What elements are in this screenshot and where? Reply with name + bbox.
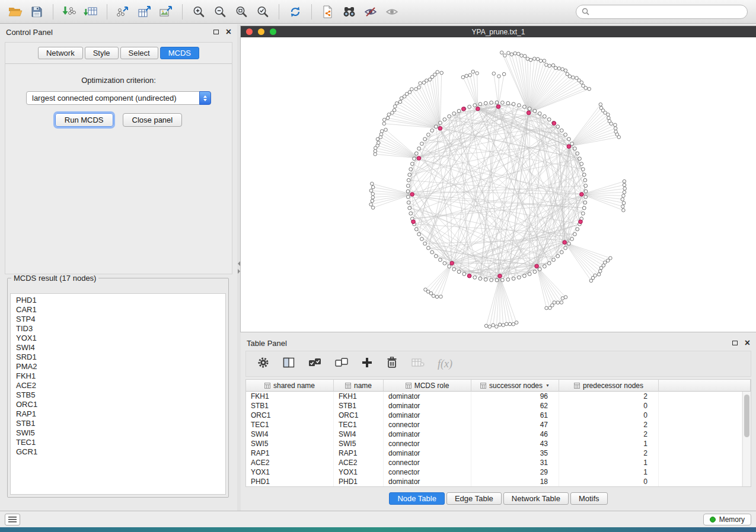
import-table-button[interactable] xyxy=(81,2,100,21)
function-builder-button[interactable]: f(x) xyxy=(438,358,452,370)
search-network-button[interactable] xyxy=(340,2,359,21)
column-header-successor-nodes[interactable]: successor nodes▼ xyxy=(471,380,559,392)
mcds-result-item[interactable]: SRD1 xyxy=(11,352,225,362)
zoom-in-button[interactable] xyxy=(189,2,208,21)
memory-button[interactable]: Memory xyxy=(703,514,751,525)
show-details-button[interactable] xyxy=(382,2,401,21)
mcds-result-item[interactable]: ORC1 xyxy=(11,400,225,409)
cell-filler xyxy=(659,411,742,420)
table-row[interactable]: PHD1PHD1dominator180 xyxy=(246,477,742,486)
search-input[interactable] xyxy=(593,8,742,16)
tab-network-table[interactable]: Network Table xyxy=(503,492,569,505)
column-header-name[interactable]: name xyxy=(334,380,384,392)
table-row[interactable]: ACE2ACE2connector311 xyxy=(246,458,742,467)
mcds-result-item[interactable]: TEC1 xyxy=(11,438,225,447)
share-document-icon xyxy=(321,5,334,18)
close-panel-button[interactable]: Close panel xyxy=(123,113,183,127)
save-session-button[interactable] xyxy=(27,2,46,21)
delete-table-icon xyxy=(411,357,425,368)
mcds-result-item[interactable]: RAP1 xyxy=(11,409,225,419)
table-panel: Table Panel × xyxy=(241,335,756,511)
mcds-result-item[interactable]: PHD1 xyxy=(11,296,225,305)
hide-details-button[interactable] xyxy=(361,2,380,21)
zoom-out-button[interactable] xyxy=(210,2,229,21)
hamburger-icon xyxy=(8,517,17,523)
deselect-all-columns-button[interactable] xyxy=(334,357,349,371)
network-window-titlebar: YPA_prune.txt_1 xyxy=(241,26,756,37)
table-row[interactable]: FKH1FKH1dominator962 xyxy=(246,392,742,401)
mcds-result-item[interactable]: YOX1 xyxy=(11,334,225,343)
table-header-row: shared namenameMCDS rolesuccessor nodes▼… xyxy=(246,380,751,392)
export-network-button[interactable] xyxy=(114,2,133,21)
collapse-left-icon[interactable] xyxy=(238,261,240,266)
mcds-result-item[interactable]: SWI4 xyxy=(11,343,225,352)
open-file-button[interactable] xyxy=(6,2,25,21)
show-columns-button[interactable] xyxy=(282,357,295,371)
import-table-icon xyxy=(84,5,98,18)
cell-role: dominator xyxy=(384,411,471,420)
refresh-icon xyxy=(289,5,302,18)
tab-network[interactable]: Network xyxy=(38,47,83,59)
cell-shared_name: PHD1 xyxy=(246,477,334,486)
share-document-button[interactable] xyxy=(318,2,337,21)
mcds-result-item[interactable]: STB5 xyxy=(11,390,225,400)
export-table-button[interactable] xyxy=(135,2,154,21)
tab-mcds[interactable]: MCDS xyxy=(160,47,199,59)
float-table-panel-icon[interactable] xyxy=(732,341,738,345)
mcds-result-item[interactable]: ACE2 xyxy=(11,381,225,390)
table-row[interactable]: SWI4SWI4dominator462 xyxy=(246,430,742,439)
criterion-value: largest connected component (undirected) xyxy=(32,94,177,102)
column-header-shared-name[interactable]: shared name xyxy=(246,380,334,392)
cell-filler xyxy=(659,439,742,448)
mcds-result-item[interactable]: PMA2 xyxy=(11,362,225,371)
cell-successors: 18 xyxy=(471,477,559,486)
tab-select[interactable]: Select xyxy=(120,47,158,59)
cell-filler xyxy=(659,401,742,411)
column-header-MCDS-role[interactable]: MCDS role xyxy=(384,380,471,392)
tab-motifs[interactable]: Motifs xyxy=(570,492,608,505)
cell-name: ORC1 xyxy=(334,411,384,420)
float-panel-icon[interactable] xyxy=(213,30,219,34)
network-canvas[interactable] xyxy=(241,37,756,332)
table-row[interactable]: STB1STB1dominator620 xyxy=(246,401,742,411)
cell-predecessors: 0 xyxy=(559,401,659,411)
cell-role: dominator xyxy=(384,392,471,401)
zoom-fit-button[interactable] xyxy=(232,2,251,21)
memory-label: Memory xyxy=(719,515,745,524)
tab-style[interactable]: Style xyxy=(85,47,119,59)
refresh-button[interactable] xyxy=(286,2,305,21)
table-scrollbar[interactable] xyxy=(742,392,751,486)
table-row[interactable]: RAP1RAP1dominator352 xyxy=(246,448,742,458)
mcds-result-item[interactable]: TID3 xyxy=(11,324,225,334)
delete-table-button[interactable] xyxy=(411,357,425,370)
add-column-button[interactable] xyxy=(361,357,373,371)
delete-column-button[interactable] xyxy=(385,356,398,371)
mcds-result-item[interactable]: SWI5 xyxy=(11,428,225,438)
import-network-button[interactable] xyxy=(60,2,79,21)
zoom-selected-button[interactable] xyxy=(253,2,272,21)
close-table-panel-icon[interactable]: × xyxy=(745,339,750,347)
table-settings-button[interactable] xyxy=(257,356,270,371)
close-panel-icon[interactable]: × xyxy=(226,28,231,36)
expand-right-icon[interactable] xyxy=(238,269,240,274)
mcds-result-item[interactable]: STB1 xyxy=(11,419,225,428)
table-row[interactable]: TEC1TEC1connector472 xyxy=(246,420,742,430)
mcds-result-item[interactable]: FKH1 xyxy=(11,371,225,381)
column-header-predecessor-nodes[interactable]: predecessor nodes xyxy=(559,380,659,392)
table-row[interactable]: ORC1ORC1dominator610 xyxy=(246,411,742,420)
select-all-columns-button[interactable] xyxy=(308,357,322,371)
criterion-dropdown[interactable]: largest connected component (undirected) xyxy=(26,91,211,105)
scrollbar-thumb[interactable] xyxy=(744,395,749,437)
table-row[interactable]: SWI5SWI5connector431 xyxy=(246,439,742,448)
status-menu-button[interactable] xyxy=(5,514,20,525)
eye-slash-icon xyxy=(364,5,377,18)
export-image-button[interactable] xyxy=(157,2,176,21)
tab-node-table[interactable]: Node Table xyxy=(389,492,445,505)
tab-edge-table[interactable]: Edge Table xyxy=(446,492,502,505)
cell-predecessors: 2 xyxy=(559,430,659,439)
mcds-result-item[interactable]: GCR1 xyxy=(11,447,225,457)
table-row[interactable]: YOX1YOX1connector291 xyxy=(246,467,742,477)
mcds-result-item[interactable]: CAR1 xyxy=(11,305,225,315)
mcds-result-item[interactable]: STP4 xyxy=(11,315,225,324)
run-mcds-button[interactable]: Run MCDS xyxy=(55,113,113,127)
